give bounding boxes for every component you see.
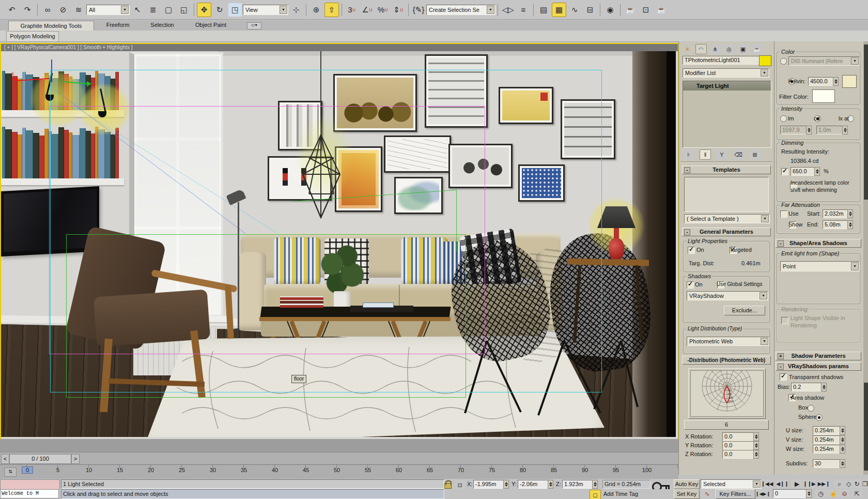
- lx-spinner[interactable]: [842, 126, 848, 134]
- next-frame-icon[interactable]: ❙❙▶: [803, 479, 815, 488]
- bias-spinner[interactable]: [821, 383, 827, 391]
- vrayshadows-params-rollout[interactable]: -VRayShadows params: [776, 362, 861, 371]
- collapse-icon[interactable]: -: [778, 240, 784, 247]
- z-coord-field[interactable]: 1.923m: [562, 480, 595, 489]
- timeline-tick-70[interactable]: 70: [456, 467, 466, 473]
- transparent-shadows-checkbox[interactable]: [780, 373, 787, 381]
- add-time-tag[interactable]: Add Time Tag: [603, 491, 638, 497]
- frame-spinner[interactable]: [806, 489, 812, 498]
- auto-key-button[interactable]: Auto Key: [674, 479, 700, 489]
- lm-value-field[interactable]: 1597.9: [780, 126, 808, 134]
- go-to-start-icon[interactable]: ❙◀◀: [761, 479, 773, 488]
- timeline-tick-45[interactable]: 45: [301, 467, 311, 473]
- exclude-button[interactable]: Exclude...: [724, 306, 765, 315]
- manage-layers-icon[interactable]: ▤: [536, 3, 551, 17]
- render-setup-icon[interactable]: ☕: [623, 3, 638, 17]
- lm-radio[interactable]: [780, 115, 787, 122]
- modifier-stack[interactable]: Target Light: [683, 81, 771, 148]
- schematic-view-icon[interactable]: ⊟: [583, 3, 597, 17]
- templates-rollout[interactable]: -Templates: [682, 165, 771, 174]
- timeline-tick-5[interactable]: 5: [53, 467, 63, 473]
- undo-icon[interactable]: ↶: [5, 3, 19, 17]
- window-crossing-icon[interactable]: ◱: [177, 3, 191, 17]
- y-coord-spinner[interactable]: [548, 480, 553, 489]
- snaps-toggle-icon[interactable]: 3∪: [345, 3, 359, 17]
- default-tangent-icon[interactable]: ∿: [701, 489, 713, 498]
- spinner-snap-icon[interactable]: ⇕∪: [391, 3, 406, 17]
- current-frame-field[interactable]: 0: [773, 489, 809, 498]
- viewport-scene[interactable]: x: [1, 51, 676, 437]
- expand-icon[interactable]: +: [778, 353, 784, 359]
- timeline-tick-100[interactable]: 100: [642, 467, 652, 473]
- v-size-spinner[interactable]: [840, 435, 845, 444]
- viewport[interactable]: [ + ] [ VRayPhysicalCamera001 ] [ Smooth…: [0, 43, 679, 440]
- shadow-parameters-rollout[interactable]: +Shadow Parameters: [776, 352, 861, 360]
- w-size-spinner[interactable]: [840, 445, 845, 453]
- timeline-tick-95[interactable]: 95: [611, 467, 621, 473]
- object-color-swatch[interactable]: [759, 55, 771, 66]
- object-name-field[interactable]: TPhotometricLight001: [683, 56, 760, 65]
- stack-item-target-light[interactable]: Target Light: [683, 81, 771, 90]
- align-icon[interactable]: ≡: [516, 3, 531, 17]
- light-on-checkbox[interactable]: [688, 247, 695, 254]
- modify-tab-icon[interactable]: ◠: [695, 44, 707, 54]
- z-rotation-field[interactable]: 0.0: [722, 450, 755, 459]
- start-field[interactable]: 2.032m: [823, 209, 849, 218]
- tab-freeform[interactable]: Freeform: [102, 22, 133, 28]
- reference-coordinate-dropdown[interactable]: View▼: [243, 5, 288, 15]
- pan-hand-icon[interactable]: ☝: [827, 489, 839, 498]
- timeline-tick-25[interactable]: 25: [177, 467, 187, 473]
- utilities-tab-icon[interactable]: ☕: [751, 44, 763, 54]
- collapse-icon[interactable]: -: [684, 167, 690, 173]
- web-file-button[interactable]: 6: [684, 420, 769, 430]
- tab-selection[interactable]: Selection: [147, 22, 178, 28]
- render-production-icon[interactable]: ☕: [654, 3, 669, 17]
- collapse-icon[interactable]: -: [778, 364, 784, 370]
- dimming-spinner[interactable]: [814, 167, 820, 176]
- display-tab-icon[interactable]: ▣: [737, 44, 749, 54]
- maximize-viewport-icon[interactable]: ❐: [859, 479, 868, 488]
- u-size-spinner[interactable]: [840, 426, 845, 435]
- w-size-field[interactable]: 0.254m: [813, 445, 842, 453]
- select-and-place-icon[interactable]: ⊕: [309, 3, 323, 17]
- unlink-selection-icon[interactable]: ⊘: [56, 3, 70, 17]
- template-select-dropdown[interactable]: ( Select a Template )▼: [684, 214, 770, 223]
- configure-modifier-sets-icon[interactable]: ⊞: [749, 149, 761, 160]
- general-parameters-rollout[interactable]: -General Parameters: [682, 228, 771, 236]
- tab-graphite-modeling-tools[interactable]: Graphite Modeling Tools: [8, 21, 94, 31]
- trackbar-prev-button[interactable]: <: [1, 454, 9, 464]
- lm-spinner[interactable]: [806, 126, 812, 134]
- kelvin-spinner[interactable]: [833, 77, 839, 86]
- panel-scrollbar[interactable]: [863, 41, 868, 475]
- hierarchy-tab-icon[interactable]: ⋔: [709, 44, 721, 54]
- kelvin-color-swatch[interactable]: [842, 75, 857, 88]
- distribution-type-dropdown[interactable]: Photometric Web▼: [687, 337, 769, 346]
- z-rotation-spinner[interactable]: [753, 450, 759, 459]
- select-and-link-icon[interactable]: ∞: [40, 3, 55, 17]
- start-spinner[interactable]: [847, 209, 853, 218]
- select-by-name-icon[interactable]: ≣: [146, 3, 160, 17]
- set-key-button[interactable]: Set Key: [674, 489, 700, 499]
- shadows-on-checkbox[interactable]: [687, 281, 694, 289]
- box-radio[interactable]: [808, 405, 814, 412]
- x-rotation-field[interactable]: 0.0: [722, 432, 755, 441]
- x-rotation-spinner[interactable]: [753, 432, 759, 441]
- y-rotation-spinner[interactable]: [753, 441, 759, 450]
- ribbon-options-dropdown[interactable]: ▭▾: [247, 22, 261, 29]
- timeline-tick-90[interactable]: 90: [580, 467, 590, 473]
- lx-distance-field[interactable]: 1.0m: [816, 126, 844, 134]
- timeline-tick-10[interactable]: 10: [84, 467, 94, 473]
- y-rotation-field[interactable]: 0.0: [722, 441, 755, 450]
- emit-shape-dropdown[interactable]: Point▼: [780, 261, 860, 271]
- make-unique-icon[interactable]: Y: [716, 149, 727, 160]
- sphere-radio[interactable]: [816, 414, 823, 421]
- create-tab-icon[interactable]: ✳: [681, 44, 693, 54]
- rendered-frame-window-icon[interactable]: ⊡: [639, 3, 653, 17]
- maximize-toggle-icon[interactable]: ⇱: [851, 489, 863, 498]
- show-end-result-icon[interactable]: ‖: [700, 149, 711, 160]
- key-filters-button[interactable]: Key Filters...: [715, 489, 755, 499]
- d65-radio[interactable]: [780, 58, 787, 65]
- timeline-tick-40[interactable]: 40: [270, 467, 280, 473]
- light-shape-visible-checkbox[interactable]: [781, 317, 788, 324]
- tab-polygon-modeling[interactable]: Polygon Modeling: [6, 31, 59, 41]
